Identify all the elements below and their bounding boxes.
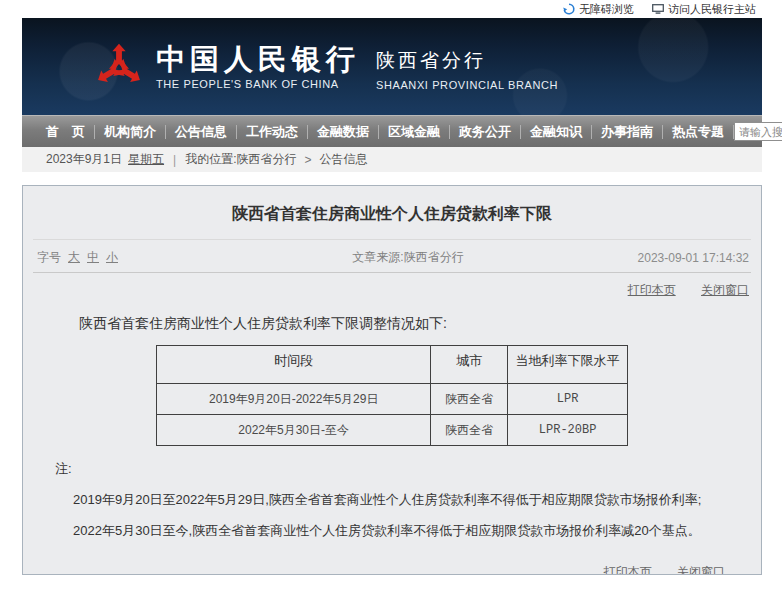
note-label: 注: [55,460,761,478]
note-line-1: 2019年9月20日至2022年5月29日,陕西全省首套商业性个人住房贷款利率不… [73,491,741,509]
current-date: 2023年9月1日 [46,151,122,168]
main-nav: 首 页 机构简介 公告信息 工作动态 金融数据 区域金融 政务公开 金融知识 办… [22,115,762,147]
breadcrumb-current[interactable]: 公告信息 [320,151,368,168]
nav-item-hot-topics[interactable]: 热点专题 [663,125,734,139]
nav-item-home[interactable]: 首 页 [44,125,95,139]
nav-item-financial-knowledge[interactable]: 金融知识 [521,125,592,139]
nav-item-announcements[interactable]: 公告信息 [166,125,237,139]
cell-city: 陕西全省 [431,384,508,415]
col-header-city: 城市 [431,346,508,384]
accessibility-link[interactable]: 无障碍浏览 [563,2,634,17]
rate-table: 时间段 城市 当地利率下限水平 2019年9月20日-2022年5月29日 陕西… [156,345,628,446]
branch-identity: 陕西省分行 SHAANXI PROVINCIAL BRANCH [376,43,558,91]
article-intro: 陕西省首套住房商业性个人住房贷款利率下限调整情况如下: [51,315,733,333]
close-window-link[interactable]: 关闭窗口 [701,283,749,297]
branch-name-en: SHAANXI PROVINCIAL BRANCH [376,79,558,91]
table-header-row: 时间段 城市 当地利率下限水平 [157,346,628,384]
bank-identity: 中国人民银行 THE PEOPLE'S BANK OF CHINA [156,44,360,90]
article-timestamp: 2023-09-01 17:14:32 [589,251,749,265]
monitor-icon [652,3,664,15]
cell-rate: LPR-20BP [508,415,628,446]
font-size-controls: 字号 大 中 小 [37,249,227,266]
table-row: 2022年5月30日-至今 陕西全省 LPR-20BP [157,415,628,446]
nav-item-regional-finance[interactable]: 区域金融 [379,125,450,139]
col-header-period: 时间段 [157,346,431,384]
nav-item-work-news[interactable]: 工作动态 [237,125,308,139]
article-title: 陕西省首套住房商业性个人住房贷款利率下限 [23,204,761,225]
article-panel: 陕西省首套住房商业性个人住房贷款利率下限 字号 大 中 小 文章来源:陕西省分行… [22,185,762,575]
nav-item-service-guide[interactable]: 办事指南 [592,125,663,139]
close-window-link-bottom[interactable]: 关闭窗口 [677,565,725,575]
main-site-label: 访问人民银行主站 [668,2,756,17]
print-row-top: 打印本页 关闭窗口 [23,273,761,299]
weekday-link[interactable]: 星期五 [128,151,164,168]
bank-name-cn: 中国人民银行 [156,44,360,74]
note-line-2: 2022年5月30日至今,陕西全省首套商业性个人住房贷款利率不得低于相应期限贷款… [73,522,741,540]
article-source: 文章来源:陕西省分行 [227,249,589,266]
col-header-rate-floor: 当地利率下限水平 [508,346,628,384]
breadcrumb: 2023年9月1日 星期五 | 我的位置:陕西省分行 > 公告信息 [22,147,762,172]
bank-name-en: THE PEOPLE'S BANK OF CHINA [156,78,360,90]
breadcrumb-divider: | [173,153,176,167]
print-page-link-bottom[interactable]: 打印本页 [604,565,652,575]
topbar: 无障碍浏览 访问人民银行主站 [0,0,782,18]
print-row-bottom: 打印本页 关闭窗口 [23,564,761,575]
font-size-large[interactable]: 大 [68,249,80,266]
font-size-medium[interactable]: 中 [87,249,99,266]
cell-period: 2019年9月20日-2022年5月29日 [157,384,431,415]
pboc-logo-icon [94,39,144,95]
article-meta: 字号 大 中 小 文章来源:陕西省分行 2023-09-01 17:14:32 [23,240,761,266]
font-size-small[interactable]: 小 [106,249,118,266]
cell-period: 2022年5月30日-至今 [157,415,431,446]
nav-item-financial-data[interactable]: 金融数据 [308,125,379,139]
search-input[interactable] [734,122,782,141]
table-row: 2019年9月20日-2022年5月29日 陕西全省 LPR [157,384,628,415]
site-header: 中国人民银行 THE PEOPLE'S BANK OF CHINA 陕西省分行 … [22,18,762,115]
accessibility-label: 无障碍浏览 [579,2,634,17]
main-site-link[interactable]: 访问人民银行主站 [652,2,756,17]
search-area: 搜索 高级搜索 [734,122,782,142]
cell-rate: LPR [508,384,628,415]
nav-item-about[interactable]: 机构简介 [95,125,166,139]
print-page-link[interactable]: 打印本页 [628,283,676,297]
breadcrumb-arrow-icon: > [305,153,312,167]
cell-city: 陕西全省 [431,415,508,446]
location-label: 我的位置:陕西省分行 [185,151,296,168]
nav-item-gov-affairs[interactable]: 政务公开 [450,125,521,139]
accessibility-icon [563,3,575,15]
branch-name-cn: 陕西省分行 [376,45,558,75]
font-size-label: 字号 [37,249,61,266]
